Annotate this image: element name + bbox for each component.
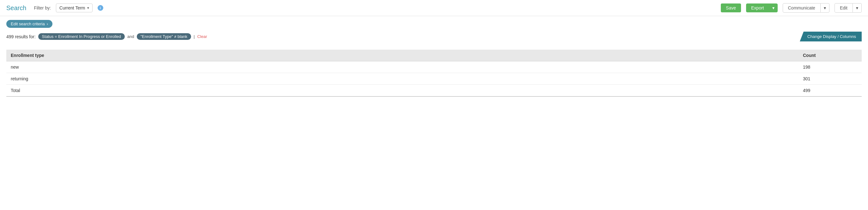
count-cell: 301: [799, 73, 862, 85]
chevron-down-icon: ▾: [856, 5, 858, 10]
results-line: 499 results for: Status = Enrollment In …: [6, 32, 862, 42]
edit-search-criteria-button[interactable]: Edit search criteria ›: [6, 20, 53, 28]
enrollment-type-cell: returning: [6, 73, 799, 85]
results-count: 499 results for:: [6, 34, 36, 39]
filter-dropdown[interactable]: Current Term ▾: [56, 3, 92, 12]
pipe-separator: |: [194, 34, 194, 39]
filter-tag-status: Status = Enrollment In Progress or Enrol…: [38, 33, 125, 40]
column-header-count: Count: [799, 50, 862, 61]
filter-value: Current Term: [59, 5, 85, 10]
communicate-button[interactable]: Communicate: [783, 3, 820, 12]
clear-link[interactable]: Clear: [197, 34, 207, 39]
table-header-row: Enrollment type Count: [6, 50, 862, 61]
table-container: Enrollment type Count new198returning301…: [0, 50, 868, 97]
enrollment-type-cell: Total: [6, 85, 799, 97]
export-dropdown-button[interactable]: ▾: [769, 3, 778, 12]
table-row: returning301: [6, 73, 862, 85]
and-text: and: [127, 34, 134, 39]
info-icon[interactable]: i: [98, 5, 103, 11]
chevron-down-icon: ▾: [824, 5, 826, 10]
filter-tag-enrollment-type: "Enrollment Type" ≠ blank: [137, 33, 191, 40]
header-bar: Search Filter by: Current Term ▾ i Save …: [0, 0, 868, 16]
subheader: Edit search criteria › 499 results for: …: [0, 16, 868, 47]
communicate-dropdown-button[interactable]: ▾: [820, 3, 830, 12]
change-display-button[interactable]: Change Display / Columns: [800, 32, 862, 42]
results-row: 499 results for: Status = Enrollment In …: [6, 33, 207, 40]
enrollment-table: Enrollment type Count new198returning301…: [6, 50, 862, 97]
edit-button[interactable]: Edit: [835, 3, 853, 12]
count-cell: 499: [799, 85, 862, 97]
edit-button-group: Edit ▾: [835, 3, 862, 12]
column-header-enrollment-type: Enrollment type: [6, 50, 799, 61]
export-button[interactable]: Export: [746, 3, 769, 12]
save-button[interactable]: Save: [721, 3, 741, 12]
communicate-button-group: Communicate ▾: [783, 3, 830, 12]
export-button-group: Export ▾: [746, 3, 777, 12]
page-title: Search: [6, 4, 26, 12]
filter-label: Filter by:: [34, 5, 51, 10]
enrollment-type-cell: new: [6, 61, 799, 73]
table-row: Total499: [6, 85, 862, 97]
table-row: new198: [6, 61, 862, 73]
edit-dropdown-button[interactable]: ▾: [853, 3, 862, 12]
chevron-right-icon: ›: [47, 22, 48, 26]
chevron-down-icon: ▾: [87, 6, 89, 10]
count-cell: 198: [799, 61, 862, 73]
chevron-down-icon: ▾: [772, 5, 775, 10]
